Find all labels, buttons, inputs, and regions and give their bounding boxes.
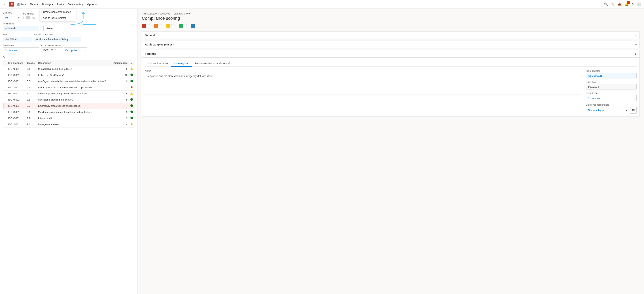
compliance-scoring-title: Compliance scoring <box>142 16 640 21</box>
row-clause: 8.1 <box>26 97 37 103</box>
tab-issue-register[interactable]: Issue register <box>171 61 192 67</box>
window-icon: ⬜ <box>637 3 641 6</box>
row-clause: 5.3 <box>26 78 37 84</box>
notes-textarea[interactable]: Response was too slow when an emergency … <box>145 73 582 95</box>
findings-tab-bar: Non conformance Issue register Recommend… <box>145 61 636 67</box>
dept-findings-label: Department <box>586 92 636 94</box>
color-checkbox-yellow[interactable] <box>172 24 174 27</box>
notification-badge: 0 <box>627 1 630 4</box>
email-button[interactable]: ✉ <box>630 107 636 114</box>
dots-label: .. <box>40 27 42 30</box>
compliance-input1[interactable] <box>41 48 63 53</box>
score-color-item <box>166 24 174 28</box>
issue-register-group: Issue register <box>586 70 636 78</box>
col-select <box>3 60 7 66</box>
standard-view-button[interactable]: Standard view ▾ <box>174 12 190 15</box>
entry-date-input[interactable] <box>586 84 636 89</box>
general-accordion-header[interactable]: General ▾ <box>142 32 640 39</box>
color-checkbox-green[interactable] <box>184 24 187 27</box>
score-color-item <box>154 24 162 28</box>
table-row[interactable]: ISO 45001 8.1 Operational planning and c… <box>3 97 134 103</box>
company-select-wrapper: axt <box>3 15 21 20</box>
score-color-item <box>179 24 187 28</box>
dept-findings-select[interactable]: Operations <box>586 95 636 101</box>
color-box-yellow <box>166 24 170 28</box>
reset-button[interactable]: Reset <box>44 26 56 31</box>
table-row[interactable]: ISO 45001 6.1 Are actions taken to addre… <box>3 84 134 91</box>
emp-select-wrapper: Theresa Jayne <box>586 107 629 113</box>
save-icon: 💾 <box>16 3 20 6</box>
create-activity-button[interactable]: Create activity <box>66 2 85 7</box>
audit-header: H&S Audit : AXT-00000402 | Standard view… <box>142 12 640 15</box>
table-row[interactable]: ISO 45001 9.2 Internal audit. 9 <box>3 115 134 121</box>
row-iso: ISO 45001 <box>7 103 26 109</box>
site-label: Site <box>3 33 32 36</box>
window-button[interactable]: ⬜ <box>636 2 642 7</box>
tab-recommendations[interactable]: Recommendations and strengths <box>192 61 235 67</box>
score-color-item <box>142 24 150 28</box>
row-clause: 5.1 <box>26 66 37 72</box>
audit-samples-header[interactable]: Audit samples (cases) ▾ <box>142 41 640 48</box>
findings-accordion-header[interactable]: Findings ▲ <box>142 50 640 57</box>
company-select[interactable]: axt <box>3 15 21 20</box>
svg-rect-1 <box>83 19 96 25</box>
save-button[interactable]: 💾 Save <box>15 2 28 7</box>
row-iso: ISO 45001 <box>7 91 26 97</box>
table-refresh-icon[interactable]: ↻ <box>3 55 5 59</box>
dept-compliance-row: Department Operations Compliance functio… <box>3 44 134 53</box>
site-group: Site <box>3 33 32 42</box>
tab-non-conformance[interactable]: Non conformance <box>145 61 171 67</box>
row-iso: ISO 45001 <box>7 109 26 115</box>
create-non-conformance-item[interactable]: Create non conformance <box>40 9 76 15</box>
hamburger-button[interactable]: ☰ <box>9 2 14 7</box>
department-select[interactable]: Operations <box>3 48 39 53</box>
row-score: 4 <box>111 121 129 127</box>
back-button[interactable]: ← <box>2 2 8 7</box>
row-select <box>3 91 7 97</box>
row-status <box>129 109 134 115</box>
row-desc: Monitoring, measurement, analysis, and e… <box>37 109 111 115</box>
audit-name-input[interactable] <box>3 26 39 31</box>
audit-ref: H&S Audit : AXT-00000402 <box>142 12 170 15</box>
options-button[interactable]: Options <box>86 2 98 7</box>
color-checkbox-blue[interactable] <box>196 24 199 27</box>
table-row[interactable]: ISO 45001 5.3 Are Organizational roles, … <box>3 78 134 84</box>
employee-select[interactable]: Theresa Jayne <box>586 107 629 113</box>
row-score: 7 <box>111 103 129 109</box>
bookmark-icon: 🏷️ <box>611 3 615 6</box>
row-desc: Management review. <box>37 121 111 127</box>
compliance-select[interactable]: Occupation... <box>64 48 87 53</box>
search-button[interactable]: 🔍 <box>603 2 609 7</box>
table-row[interactable]: ISO 45001 5.1 Is leadership committed to… <box>3 66 134 72</box>
table-row[interactable]: ISO 45001 9.3 Management review. 4 <box>3 121 134 127</box>
refresh-icon: ↻ <box>632 3 634 6</box>
table-row[interactable]: ISO 45001 6.2 OH&S objectives and planni… <box>3 91 134 97</box>
table-row[interactable]: ISO 45001 9.1 Monitoring, measurement, a… <box>3 109 134 115</box>
row-select <box>3 66 7 72</box>
table-row[interactable]: ISO 45001 8.2 Emergency preparedness and… <box>3 103 134 109</box>
table-row[interactable]: ISO 45001 5.2 Is there an OH&S policy? 1… <box>3 72 134 78</box>
site-input[interactable] <box>3 37 32 42</box>
score-color-item <box>191 24 199 28</box>
department-form-group: Department Operations <box>3 44 39 53</box>
refresh-button[interactable]: ↻ <box>631 2 635 7</box>
findings-button[interactable]: Findings ▾ <box>40 2 55 7</box>
my-clauses-toggle[interactable] <box>23 16 30 19</box>
my-clauses-group: My clauses No <box>23 13 35 19</box>
post-button[interactable]: Post ▾ <box>55 2 65 7</box>
col-clause: Clause <box>26 60 37 66</box>
area-label: Area of compliance <box>34 33 81 36</box>
area-input[interactable] <box>34 37 81 42</box>
show-button[interactable]: Show ▾ <box>28 2 40 7</box>
entry-date-group: Entry date <box>586 81 636 89</box>
issue-register-input[interactable] <box>586 73 636 78</box>
table-header: ISO Standard Clause Description Actual s… <box>3 60 134 66</box>
add-to-issue-register-item[interactable]: Add to issue register <box>40 15 76 21</box>
company-label: Company <box>3 12 21 14</box>
bookmark-button[interactable]: 🏷️ <box>610 2 616 7</box>
color-checkbox-orange[interactable] <box>159 24 162 27</box>
main-layout: Company axt My clauses No <box>0 9 644 294</box>
share-button[interactable]: 📤 <box>617 2 622 7</box>
findings-right: Issue register Entry date Department Ope <box>586 70 636 114</box>
color-checkbox-red[interactable] <box>147 24 150 27</box>
